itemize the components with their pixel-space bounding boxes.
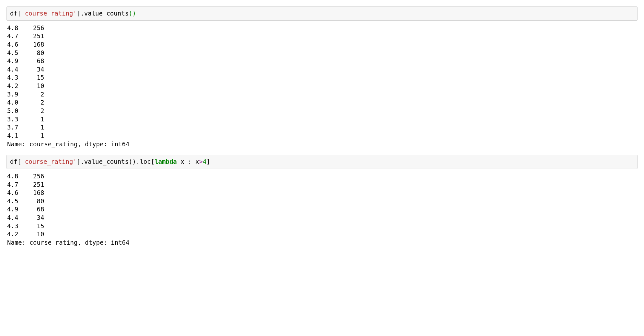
code-token: 'course_rating': [21, 10, 77, 17]
code-token: 4: [203, 158, 206, 165]
code-token: df[: [10, 158, 21, 165]
code-cell-output-0: 4.8 256 4.7 251 4.6 168 4.5 80 4.9 68 4.…: [6, 23, 638, 155]
code-cell-output-1: 4.8 256 4.7 251 4.6 168 4.5 80 4.9 68 4.…: [6, 171, 638, 253]
code-cell-input-1[interactable]: df['course_rating'].value_counts().loc[l…: [6, 155, 638, 169]
code-token: 'course_rating': [21, 158, 77, 165]
code-token: >: [199, 158, 202, 165]
code-token: df[: [10, 10, 21, 17]
notebook-fragment: df['course_rating'].value_counts()4.8 25…: [6, 6, 638, 253]
code-token: (): [129, 10, 136, 17]
code-token: lambda: [155, 158, 177, 165]
code-token: x : x: [177, 158, 199, 165]
code-token: [: [151, 158, 155, 165]
code-cell-input-0[interactable]: df['course_rating'].value_counts(): [6, 6, 638, 21]
code-token: ].value_counts().loc: [77, 158, 151, 165]
code-token: ]: [206, 158, 210, 165]
code-token: ].value_counts: [77, 10, 129, 17]
